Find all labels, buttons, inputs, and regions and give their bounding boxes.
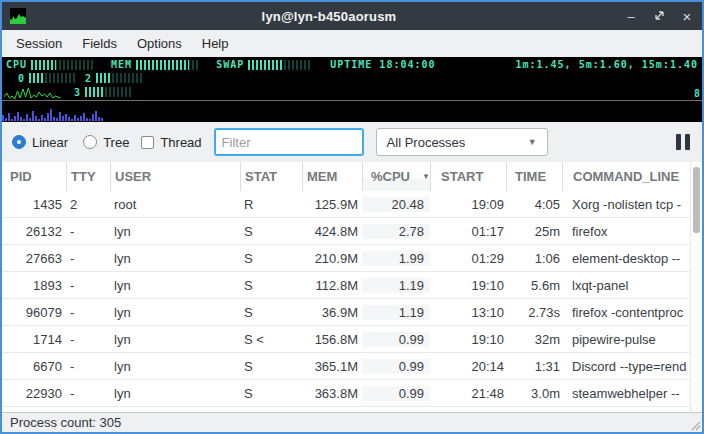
chevron-down-icon: ▼ — [528, 137, 537, 147]
linear-radio[interactable] — [12, 135, 26, 149]
cell-mem: 210.9M — [302, 251, 362, 266]
cell-user: lyn — [110, 386, 240, 401]
cell-tty: - — [66, 305, 110, 320]
cell-cmd: firefox -contentproc — [562, 305, 702, 320]
column-header-time[interactable]: TIME — [506, 162, 562, 191]
menu-fields[interactable]: Fields — [72, 32, 127, 55]
pause-button[interactable] — [676, 134, 690, 150]
column-header-user[interactable]: USER — [110, 162, 240, 191]
process-table: PIDTTYUSERSTATMEM%CPU▼STARTTIMECOMMAND_L… — [2, 162, 702, 412]
cpu-label: CPU — [6, 59, 27, 70]
cell-user: lyn — [110, 359, 240, 374]
cell-cmd: lxqt-panel — [562, 278, 702, 293]
column-header-label: %CPU — [371, 169, 410, 184]
pause-icon — [676, 134, 681, 150]
cell-mem: 156.8M — [302, 332, 362, 347]
cell-pid: 96079 — [2, 305, 66, 320]
uptime-text: UPTIME 18:04:00 — [330, 59, 435, 70]
thread-toggle[interactable]: Thread — [141, 135, 201, 150]
view-mode-tree[interactable]: Tree — [83, 135, 129, 150]
cell-pid: 26132 — [2, 224, 66, 239]
process-filter-select[interactable]: All Processes ▼ — [376, 128, 548, 156]
mem-meter — [136, 60, 198, 70]
table-row[interactable]: 22930-lynS363.8M0.9921:483.0msteamwebhel… — [2, 380, 702, 407]
cpu-history-graph — [4, 85, 62, 99]
restore-button[interactable] — [652, 10, 666, 23]
cell-pid: 1435 — [2, 197, 66, 212]
table-row[interactable]: 27663-lynS210.9M1.9901:291:06element-des… — [2, 245, 702, 272]
view-mode-linear[interactable]: Linear — [12, 135, 68, 150]
title-bar[interactable]: lyn@lyn-b450aorusm – × — [2, 2, 702, 30]
core0-meter — [29, 73, 75, 83]
column-header-label: TTY — [71, 169, 96, 184]
cell-user: root — [110, 197, 240, 212]
menu-options[interactable]: Options — [127, 32, 192, 55]
close-button[interactable]: × — [680, 9, 694, 24]
resize-grip[interactable] — [689, 419, 701, 431]
cell-cmd: firefox — [562, 224, 702, 239]
cell-stat: S — [240, 305, 302, 320]
column-header-command-line[interactable]: COMMAND_LINE — [562, 162, 702, 191]
cell-time: 25m — [506, 224, 562, 239]
cell-time: 1:31 — [506, 359, 562, 374]
column-header-tty[interactable]: TTY — [66, 162, 110, 191]
table-body: 14352rootR125.9M20.4819:094:05Xorg -noli… — [2, 191, 702, 412]
qps-window: lyn@lyn-b450aorusm – × Session Fields Op… — [0, 0, 704, 434]
tree-radio[interactable] — [83, 135, 97, 149]
column-header-label: STAT — [245, 169, 277, 184]
vertical-scrollbar[interactable] — [690, 162, 702, 412]
filter-input[interactable] — [214, 128, 364, 156]
mem-label: MEM — [111, 59, 132, 70]
cell-user: lyn — [110, 251, 240, 266]
swap-label: SWAP — [216, 59, 244, 70]
cell-start: 19:10 — [430, 278, 506, 293]
table-row[interactable]: 26132-lynS424.8M2.7801:1725mfirefox — [2, 218, 702, 245]
column-header-label: USER — [115, 169, 151, 184]
network-activity-graph — [2, 101, 142, 122]
scrollbar-thumb[interactable] — [693, 167, 700, 233]
table-row[interactable]: 14352rootR125.9M20.4819:094:05Xorg -noli… — [2, 191, 702, 218]
column-header-start[interactable]: START — [430, 162, 506, 191]
column-header-stat[interactable]: STAT — [240, 162, 302, 191]
cell-tty: 2 — [66, 197, 110, 212]
cell-start: 01:17 — [430, 224, 506, 239]
core0-label: 0 — [18, 73, 25, 84]
cell-tty: - — [66, 278, 110, 293]
cell-cpu: 0.99 — [362, 386, 430, 401]
restore-icon — [654, 10, 665, 21]
toolbar: Linear Tree Thread All Processes ▼ — [2, 122, 702, 162]
io-graph-band — [2, 101, 702, 122]
cell-mem: 112.8M — [302, 278, 362, 293]
menu-help[interactable]: Help — [192, 32, 239, 55]
cell-cmd: Discord --type=rend — [562, 359, 702, 374]
cell-pid: 22930 — [2, 386, 66, 401]
sort-descending-icon: ▼ — [422, 172, 430, 181]
table-header: PIDTTYUSERSTATMEM%CPU▼STARTTIMECOMMAND_L… — [2, 162, 702, 191]
pause-icon — [685, 134, 690, 150]
cell-pid: 6670 — [2, 359, 66, 374]
process-count: Process count: 305 — [10, 415, 121, 430]
cell-cpu: 20.48 — [362, 197, 430, 212]
table-row[interactable]: 1714-lynS <156.8M0.9919:1032mpipewire-pu… — [2, 326, 702, 353]
cell-cpu: 0.99 — [362, 332, 430, 347]
cell-time: 5.6m — [506, 278, 562, 293]
cell-stat: S — [240, 386, 302, 401]
table-row[interactable]: 6670-lynS365.1M0.9920:141:31Discord --ty… — [2, 353, 702, 380]
menu-session[interactable]: Session — [6, 32, 72, 55]
column-header-mem[interactable]: MEM — [302, 162, 362, 191]
cell-cmd: pipewire-pulse — [562, 332, 702, 347]
window-title: lyn@lyn-b450aorusm — [34, 9, 624, 24]
cell-cpu: 1.99 — [362, 251, 430, 266]
table-row[interactable]: 96079-lynS36.9M1.1913:102.73sfirefox -co… — [2, 299, 702, 326]
minimize-button[interactable]: – — [624, 10, 638, 23]
table-row[interactable]: 1893-lynS112.8M1.1919:105.6mlxqt-panel — [2, 272, 702, 299]
cell-cmd: element-desktop -- — [562, 251, 702, 266]
column-header-label: PID — [10, 169, 32, 184]
column-header--cpu[interactable]: %CPU▼ — [362, 162, 430, 191]
column-header-pid[interactable]: PID — [2, 162, 66, 191]
column-header-label: MEM — [307, 169, 337, 184]
system-monitor-panel: CPU MEM SWAP UPTIME 18:04:00 1m:1.45, 5m… — [2, 57, 702, 122]
thread-checkbox[interactable] — [141, 136, 154, 149]
cell-cpu: 1.19 — [362, 278, 430, 293]
app-icon — [10, 8, 26, 24]
